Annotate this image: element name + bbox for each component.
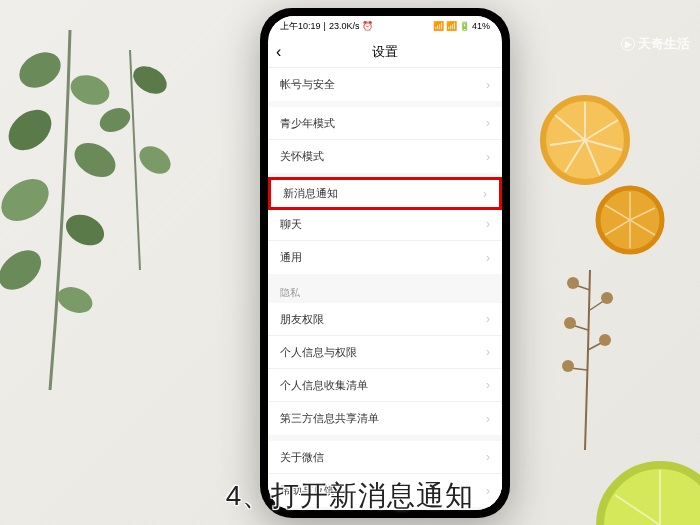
setting-item[interactable]: 关怀模式› (268, 140, 502, 173)
watermark-icon: ▶ (621, 37, 635, 51)
svg-point-19 (598, 188, 662, 252)
setting-item[interactable]: 通用› (268, 241, 502, 274)
svg-point-9 (96, 103, 134, 136)
setting-group: 新消息通知›聊天›通用› (268, 177, 502, 274)
setting-item[interactable]: 个人信息与权限› (268, 336, 502, 369)
setting-item-label: 青少年模式 (280, 116, 335, 131)
watermark: ▶ 天奇生活 (621, 35, 690, 53)
setting-group: 青少年模式›关怀模式› (268, 107, 502, 173)
svg-line-15 (585, 140, 600, 175)
svg-point-2 (1, 102, 60, 159)
svg-point-3 (68, 136, 121, 184)
svg-line-25 (605, 205, 630, 220)
setting-item[interactable]: 第三方信息共享清单› (268, 402, 502, 435)
phone-screen: 上午10:19 | 23.0K/s ⏰ 📶 📶 🔋 41% ‹ 设置 帐号与安全… (268, 16, 502, 510)
wifi-icon: 📶 (446, 21, 457, 31)
nav-header: ‹ 设置 (268, 36, 502, 68)
setting-item-label: 第三方信息共享清单 (280, 411, 379, 426)
setting-item[interactable]: 帐号与安全› (268, 68, 502, 101)
back-button[interactable]: ‹ (276, 43, 281, 61)
setting-item[interactable]: 青少年模式› (268, 107, 502, 140)
setting-item[interactable]: 聊天› (268, 208, 502, 241)
setting-item[interactable]: 新消息通知› (268, 177, 502, 210)
svg-point-31 (601, 292, 613, 304)
svg-line-21 (630, 208, 655, 220)
svg-point-4 (0, 170, 57, 229)
page-title: 设置 (372, 43, 398, 61)
svg-line-28 (615, 495, 660, 525)
svg-point-10 (134, 140, 176, 179)
setting-item-label: 聊天 (280, 217, 302, 232)
setting-item[interactable]: 个人信息收集清单› (268, 369, 502, 402)
svg-line-17 (550, 140, 585, 145)
svg-point-1 (66, 70, 113, 110)
setting-item[interactable]: 关于微信› (268, 441, 502, 474)
signal-icon: 📶 (433, 21, 444, 31)
setting-group: 帐号与安全› (268, 68, 502, 101)
chevron-right-icon: › (486, 312, 490, 326)
decor-eucalyptus (0, 10, 190, 410)
chevron-right-icon: › (486, 345, 490, 359)
setting-item[interactable]: 朋友权限› (268, 303, 502, 336)
svg-point-11 (543, 98, 627, 182)
setting-item-label: 关怀模式 (280, 149, 324, 164)
setting-item-label: 个人信息收集清单 (280, 378, 368, 393)
chevron-right-icon: › (486, 378, 490, 392)
svg-line-24 (605, 220, 630, 235)
svg-line-16 (565, 140, 585, 172)
svg-point-34 (562, 360, 574, 372)
chevron-right-icon: › (486, 78, 490, 92)
chevron-right-icon: › (486, 217, 490, 231)
svg-point-7 (54, 283, 96, 318)
svg-line-13 (585, 120, 618, 140)
svg-line-14 (585, 140, 622, 150)
settings-list[interactable]: 帐号与安全›青少年模式›关怀模式›新消息通知›聊天›通用›隐私朋友权限›个人信息… (268, 68, 502, 510)
decor-dried-flowers (540, 260, 640, 460)
decor-citrus-slices (540, 90, 670, 260)
setting-item-label: 新消息通知 (283, 186, 338, 201)
decor-citrus-corner (580, 445, 700, 525)
battery-icon: 🔋 (459, 21, 470, 31)
chevron-right-icon: › (486, 150, 490, 164)
svg-point-6 (0, 242, 49, 297)
setting-item-label: 通用 (280, 250, 302, 265)
svg-line-22 (630, 220, 655, 235)
chevron-right-icon: › (486, 412, 490, 426)
status-bar: 上午10:19 | 23.0K/s ⏰ 📶 📶 🔋 41% (268, 16, 502, 36)
status-time: 上午10:19 (280, 20, 321, 33)
chevron-right-icon: › (486, 450, 490, 464)
status-speed: 23.0K/s (329, 21, 360, 31)
svg-line-18 (555, 115, 585, 140)
setting-item-label: 关于微信 (280, 450, 324, 465)
step-caption: 4、打开新消息通知 (226, 477, 475, 515)
chevron-right-icon: › (486, 484, 490, 498)
alarm-icon: ⏰ (362, 21, 373, 31)
svg-point-32 (564, 317, 576, 329)
svg-point-30 (567, 277, 579, 289)
chevron-right-icon: › (486, 116, 490, 130)
svg-point-33 (599, 334, 611, 346)
svg-point-8 (128, 61, 171, 100)
svg-point-5 (61, 209, 109, 251)
battery-percent: 41% (472, 21, 490, 31)
svg-point-0 (13, 45, 67, 95)
chevron-right-icon: › (486, 251, 490, 265)
setting-item-label: 个人信息与权限 (280, 345, 357, 360)
svg-point-26 (600, 465, 700, 525)
setting-item-label: 朋友权限 (280, 312, 324, 327)
setting-group: 朋友权限›个人信息与权限›个人信息收集清单›第三方信息共享清单› (268, 303, 502, 435)
setting-item-label: 帐号与安全 (280, 77, 335, 92)
phone-frame: 上午10:19 | 23.0K/s ⏰ 📶 📶 🔋 41% ‹ 设置 帐号与安全… (260, 8, 510, 518)
section-label: 隐私 (268, 280, 502, 303)
chevron-right-icon: › (483, 187, 487, 201)
